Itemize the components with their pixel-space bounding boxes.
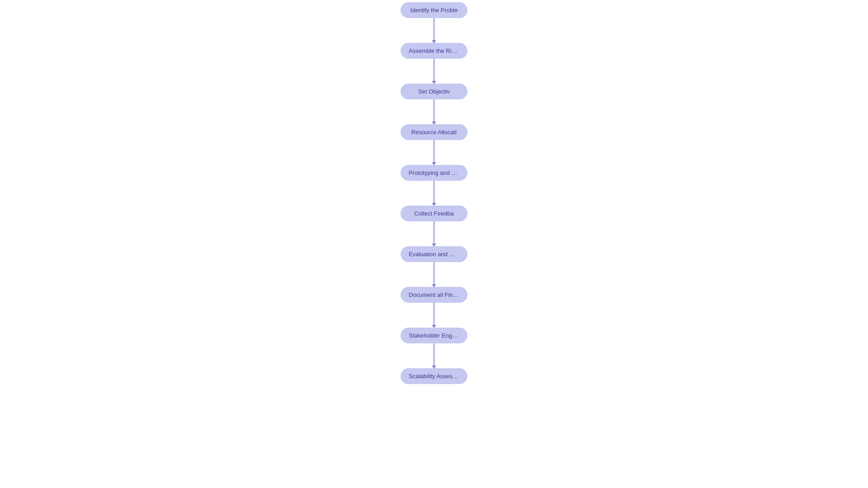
flow-diagram: Identify the ProbleAssemble the Right Te… [401,2,467,384]
connector-9 [434,343,434,368]
connector-6 [434,221,434,246]
connector-7 [434,262,434,287]
connector-4 [434,140,434,165]
node-9[interactable]: Stakeholder Engagem [401,328,467,343]
node-3[interactable]: Set Objectiv [401,84,467,99]
connector-3 [434,99,434,124]
node-6[interactable]: Collect Feedba [401,206,467,221]
node-1[interactable]: Identify the Proble [401,2,467,18]
node-7[interactable]: Evaluation and Documentar [401,246,467,262]
node-10[interactable]: Scalability Assessm [401,368,467,384]
connector-8 [434,303,434,328]
connector-1 [434,18,434,43]
node-5[interactable]: Prototyping and Testi [401,165,467,181]
connector-5 [434,181,434,206]
node-2[interactable]: Assemble the Right Te [401,43,467,59]
connector-2 [434,59,434,84]
node-4[interactable]: Resource Allocati [401,124,467,140]
node-8[interactable]: Document all Finding [401,287,467,303]
